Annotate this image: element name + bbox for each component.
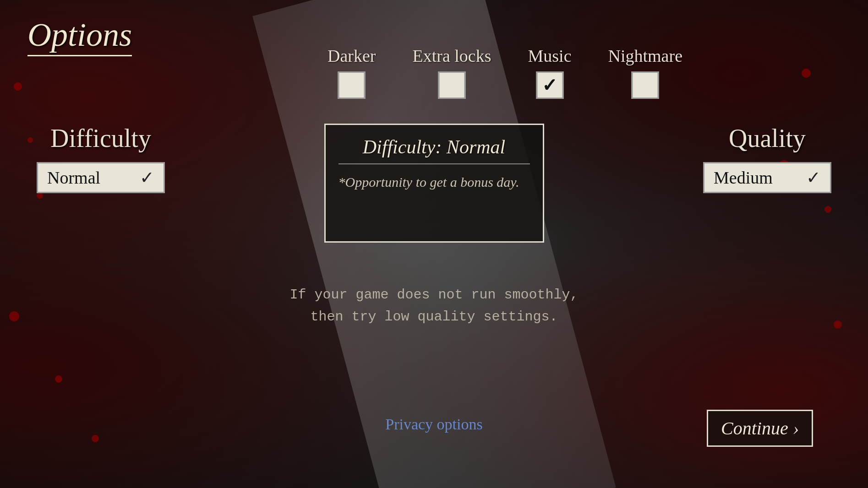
- checkbox-label-darker: Darker: [328, 46, 376, 66]
- decorative-dot: [55, 375, 62, 383]
- difficulty-selected: Normal: [47, 168, 100, 188]
- info-box: Difficulty: Normal *Opportunity to get a…: [324, 124, 544, 243]
- info-box-title: Difficulty: Normal: [338, 136, 530, 164]
- checkbox-darker[interactable]: [338, 71, 366, 99]
- checkbox-item-extra-locks: Extra locks: [412, 46, 491, 99]
- decorative-dot: [802, 69, 811, 78]
- decorative-dot: [9, 311, 19, 321]
- decorative-dot: [92, 435, 99, 442]
- difficulty-title: Difficulty: [50, 124, 151, 153]
- privacy-options-link[interactable]: Privacy options: [385, 416, 482, 433]
- quality-dropdown[interactable]: Medium ✓: [703, 162, 831, 193]
- quality-dropdown-arrow: ✓: [806, 168, 821, 188]
- checkbox-label-nightmare: Nightmare: [608, 46, 682, 66]
- decorative-dot: [834, 320, 842, 329]
- difficulty-section: Difficulty Normal ✓: [37, 124, 165, 193]
- difficulty-dropdown-arrow: ✓: [140, 168, 154, 188]
- checkbox-item-nightmare: Nightmare: [608, 46, 682, 99]
- quality-section: Quality Medium ✓: [703, 124, 831, 193]
- decorative-dot: [14, 82, 22, 91]
- checkboxes-row: Darker Extra locks Music Nightmare: [328, 46, 682, 99]
- main-row: Difficulty Normal ✓ Difficulty: Normal *…: [0, 124, 868, 243]
- hint-text: If your game does not run smoothly, then…: [289, 284, 578, 328]
- checkbox-item-darker: Darker: [328, 46, 376, 99]
- hint-line2: then try low quality settings.: [310, 309, 557, 325]
- checkbox-label-extra-locks: Extra locks: [412, 46, 491, 66]
- quality-selected: Medium: [714, 168, 773, 188]
- continue-button-label: Continue ›: [721, 418, 799, 439]
- title-area: Options: [27, 18, 132, 51]
- checkbox-item-music: Music: [528, 46, 571, 99]
- quality-title: Quality: [729, 124, 806, 153]
- checkbox-label-music: Music: [528, 46, 571, 66]
- checkbox-music[interactable]: [536, 71, 563, 99]
- info-box-description: *Opportunity to get a bonus day.: [338, 172, 530, 192]
- checkbox-nightmare[interactable]: [632, 71, 659, 99]
- difficulty-dropdown[interactable]: Normal ✓: [37, 162, 165, 193]
- page-title: Options: [27, 16, 132, 56]
- hint-line1: If your game does not run smoothly,: [289, 287, 578, 303]
- continue-button[interactable]: Continue ›: [707, 410, 813, 447]
- checkbox-extra-locks[interactable]: [438, 71, 465, 99]
